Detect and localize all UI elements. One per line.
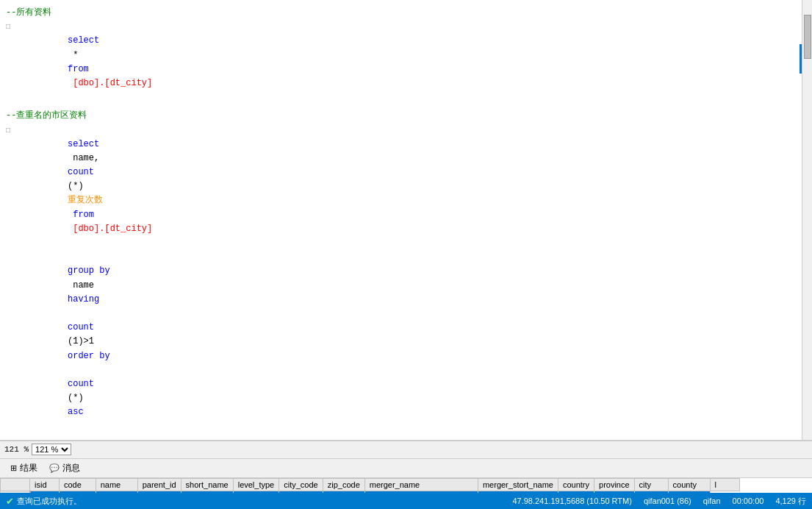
sql-having-expr: (1)>1 xyxy=(68,336,99,346)
sql-count-paren: (*) xyxy=(68,181,89,191)
kw-from-1: from xyxy=(68,64,89,74)
col-level-type[interactable]: level_type xyxy=(233,478,279,491)
grid-icon: ⊞ xyxy=(10,463,17,473)
results-tabs: ⊞ 结果 💬 消息 xyxy=(0,459,812,478)
status-right: 47.98.241.191,5688 (10.50 RTM) qifan001 … xyxy=(512,496,806,507)
sql-orderby xyxy=(68,365,73,375)
col-province[interactable]: province xyxy=(594,478,635,491)
kw-count-2: count xyxy=(68,322,94,332)
status-message: 查询已成功执行。 xyxy=(17,496,82,507)
col-isid[interactable]: isid xyxy=(30,478,60,491)
comment-text-2: --查重名的市区资料 xyxy=(6,109,806,123)
kw-group: group by xyxy=(68,266,110,276)
sql-having-count xyxy=(68,308,73,318)
col-country[interactable]: country xyxy=(558,478,594,491)
kw-count-3: count xyxy=(68,379,94,389)
zoom-value: 121 % xyxy=(4,445,29,454)
main-container: --所有资料 □ select * from [dbo].[dt_city] -… xyxy=(0,0,812,509)
sql-name: name, xyxy=(68,153,99,163)
kw-select-1: select xyxy=(68,35,99,46)
col-county[interactable]: county xyxy=(668,478,710,491)
tab-results[interactable]: ⊞ 结果 xyxy=(4,460,43,476)
zoom-toolbar: 121 % 121 % 100 % 150 % xyxy=(0,441,812,459)
table-cell: 1 xyxy=(30,491,60,493)
status-bar: ✔ 查询已成功执行。 47.98.241.191,5688 (10.50 RTM… xyxy=(0,493,812,509)
table-cell: NULL xyxy=(279,491,323,493)
table-row[interactable]: 11110000北京市100000NULL1NULLNULL中国,北京市NULL… xyxy=(1,491,740,493)
sql-star: * xyxy=(68,50,84,60)
query-line-1: □ select * from [dbo].[dt_city] xyxy=(6,20,806,104)
table-cell: 中国,北京市 xyxy=(364,491,478,493)
row-number: 1 xyxy=(1,491,30,493)
table-body: 11110000北京市100000NULL1NULLNULL中国,北京市NULL… xyxy=(1,491,740,493)
query-code-3: group by name having count (1)>1 order b… xyxy=(15,250,806,433)
status-database: qifan001 (86) xyxy=(644,496,691,505)
message-icon: 💬 xyxy=(49,463,60,473)
sql-table-1: [dbo].[dt_city] xyxy=(68,78,152,88)
tab-messages[interactable]: 💬 消息 xyxy=(43,460,86,476)
comment-line-2: --查重名的市区资料 xyxy=(6,109,806,123)
col-city-code[interactable]: city_code xyxy=(279,478,323,491)
table-cell: 北京市 xyxy=(594,491,635,493)
zoom-dropdown[interactable]: 121 % 100 % 150 % xyxy=(32,444,71,455)
zoom-control: 121 % 121 % 100 % 150 % xyxy=(4,444,71,455)
kw-select-2: select xyxy=(68,139,99,149)
results-table: isid code name parent_id short_name leve… xyxy=(0,478,740,493)
kw-from-2: from xyxy=(68,210,94,220)
results-area[interactable]: isid code name parent_id short_name leve… xyxy=(0,478,812,493)
query-line-3: group by name having count (1)>1 order b… xyxy=(6,250,806,433)
col-merger-name[interactable]: merger_name xyxy=(364,478,478,491)
table-cell: NULL xyxy=(478,491,558,493)
kw-count: count xyxy=(68,167,94,177)
col-name[interactable]: name xyxy=(96,478,137,491)
col-city[interactable]: city xyxy=(634,478,668,491)
kw-having: having xyxy=(68,294,99,305)
kw-order: order by xyxy=(68,351,110,361)
table-cell: 北京市 xyxy=(96,491,137,493)
table-cell: NULL xyxy=(323,491,364,493)
success-icon: ✔ xyxy=(6,496,14,507)
kw-asc: asc xyxy=(68,407,84,417)
col-zip-code[interactable]: zip_code xyxy=(323,478,364,491)
table-cell: 110000 xyxy=(60,491,96,493)
status-user: qifan xyxy=(703,496,721,505)
line-marker-1: □ xyxy=(6,21,15,33)
comment-line-1: --所有资料 xyxy=(6,6,806,20)
sql-groupby-name: name xyxy=(68,280,99,291)
table-cell: NULL xyxy=(668,491,710,493)
sql-asc: (*) xyxy=(68,393,89,403)
query-code-1: select * from [dbo].[dt_city] xyxy=(15,20,806,104)
sql-alias: 重复次数 xyxy=(68,195,103,205)
col-short-name[interactable]: short_name xyxy=(181,478,233,491)
status-server: 47.98.241.191,5688 (10.50 RTM) xyxy=(512,496,631,505)
query-code-2: select name, count (*) 重复次数 from [dbo].[… xyxy=(15,124,806,251)
blue-highlight-bar xyxy=(800,44,802,74)
col-rownum xyxy=(1,478,30,491)
comment-text-1: --所有资料 xyxy=(6,6,806,20)
sql-table-2: [dbo].[dt_city] xyxy=(68,224,152,234)
tab-messages-label: 消息 xyxy=(62,462,80,474)
query-line-2: □ select name, count (*) 重复次数 from [dbo]… xyxy=(6,124,806,251)
line-marker-2: □ xyxy=(6,125,15,137)
status-rows: 4,129 行 xyxy=(775,496,806,507)
table-cell: NULL xyxy=(634,491,668,493)
table-header-row: isid code name parent_id short_name leve… xyxy=(1,478,740,491)
col-merger-stort-name[interactable]: merger_stort_name xyxy=(478,478,558,491)
editor-scrollbar-thumb[interactable] xyxy=(804,15,811,59)
col-parent-id[interactable]: parent_id xyxy=(137,478,181,491)
table-cell: 1 xyxy=(233,491,279,493)
sql-editor[interactable]: --所有资料 □ select * from [dbo].[dt_city] -… xyxy=(0,0,812,441)
table-cell: 100000 xyxy=(137,491,181,493)
col-code[interactable]: code xyxy=(60,478,96,491)
editor-scrollbar[interactable] xyxy=(802,0,812,440)
table-cell: NULL xyxy=(181,491,233,493)
table-cell: 中国 xyxy=(558,491,594,493)
status-time: 00:00:00 xyxy=(733,496,764,505)
col-extra[interactable]: l xyxy=(710,478,739,491)
tab-results-label: 结果 xyxy=(20,462,37,474)
status-left: ✔ 查询已成功执行。 xyxy=(6,496,82,507)
